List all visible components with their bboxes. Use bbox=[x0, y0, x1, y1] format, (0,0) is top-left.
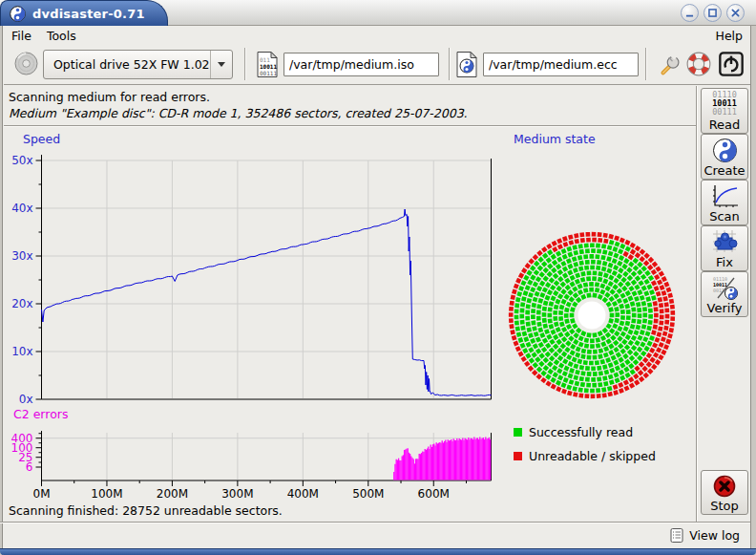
toolbar-separator bbox=[244, 48, 246, 80]
create-button-label: Create bbox=[704, 163, 745, 178]
sidebar-separator bbox=[696, 86, 698, 522]
preferences-button[interactable] bbox=[656, 51, 682, 77]
create-yinyang-icon bbox=[712, 138, 738, 163]
status-line-1: Scanning medium for read errors. bbox=[9, 90, 210, 104]
legend-good-swatch bbox=[514, 428, 522, 437]
svg-text:0x: 0x bbox=[19, 393, 33, 406]
svg-text:00111: 00111 bbox=[260, 70, 277, 76]
verify-button[interactable]: 01110 10011 00111 Verify bbox=[701, 271, 748, 317]
window-title: dvdisaster-0.71 bbox=[32, 7, 145, 21]
log-icon bbox=[669, 527, 684, 544]
scan-graph-icon bbox=[708, 182, 741, 209]
stop-button[interactable]: Stop bbox=[701, 470, 748, 515]
status-line-2: Medium "Example disc": CD-R mode 1, 3524… bbox=[9, 106, 468, 120]
svg-text:10011: 10011 bbox=[260, 63, 277, 70]
verify-compare-icon: 01110 10011 00111 bbox=[709, 274, 740, 301]
svg-text:20x: 20x bbox=[11, 297, 32, 310]
medium-state-disc bbox=[504, 145, 695, 413]
ecc-path-input[interactable] bbox=[483, 53, 639, 76]
menu-file[interactable]: File bbox=[4, 28, 39, 44]
legend-good: Successfully read bbox=[514, 420, 656, 444]
svg-text:50x: 50x bbox=[11, 154, 32, 167]
legend-bad-swatch bbox=[514, 452, 522, 460]
read-button-label: Read bbox=[709, 117, 741, 132]
minimize-button[interactable] bbox=[681, 4, 699, 22]
legend-good-label: Successfully read bbox=[529, 425, 633, 439]
medium-state-title: Medium state bbox=[514, 132, 596, 146]
svg-text:40x: 40x bbox=[11, 202, 32, 215]
menubar: File Tools Help bbox=[4, 27, 750, 44]
medium-state-legend: Successfully read Unreadable / skipped bbox=[514, 420, 656, 468]
stop-icon bbox=[712, 474, 737, 499]
title-tab: dvdisaster-0.71 bbox=[0, 0, 168, 26]
legend-bad-label: Unreadable / skipped bbox=[529, 449, 656, 463]
toolbar-separator bbox=[645, 48, 647, 80]
separator bbox=[4, 125, 696, 127]
svg-text:100M: 100M bbox=[91, 487, 122, 501]
svg-text:600M: 600M bbox=[418, 487, 450, 501]
minimize-icon bbox=[682, 4, 698, 22]
close-icon bbox=[727, 4, 744, 22]
read-binary-icon: 01110 10011 00111 bbox=[707, 90, 742, 117]
svg-text:011: 011 bbox=[260, 56, 270, 63]
view-log-label: View log bbox=[689, 528, 740, 543]
separator bbox=[0, 522, 750, 523]
window-border-bottom bbox=[0, 548, 756, 555]
legend-bad: Unreadable / skipped bbox=[514, 444, 656, 468]
c2-errors-title: C2 errors bbox=[13, 407, 68, 421]
iso-path-input[interactable] bbox=[284, 53, 439, 76]
maximize-button[interactable] bbox=[704, 4, 722, 22]
svg-text:10x: 10x bbox=[11, 345, 32, 358]
app-window: dvdisaster-0.71 File Tools Help bbox=[0, 0, 756, 555]
stop-button-label: Stop bbox=[710, 499, 739, 513]
wrench-icon bbox=[656, 51, 682, 77]
lifebuoy-icon bbox=[685, 51, 712, 77]
drive-selector-arrow[interactable] bbox=[210, 51, 232, 78]
maximize-icon bbox=[704, 4, 721, 22]
power-icon bbox=[718, 51, 745, 77]
read-button[interactable]: 01110 10011 00111 Read bbox=[701, 88, 748, 134]
drive-selector[interactable]: Optical drive 52X FW 1.02 bbox=[43, 50, 233, 79]
close-button[interactable] bbox=[726, 4, 745, 22]
fix-puzzle-icon bbox=[709, 226, 740, 255]
quit-button[interactable] bbox=[718, 51, 745, 77]
speed-chart-title: Speed bbox=[23, 132, 60, 146]
view-log-button[interactable]: View log bbox=[666, 524, 743, 546]
scan-button[interactable]: Scan bbox=[701, 180, 748, 225]
svg-text:0M: 0M bbox=[33, 487, 51, 501]
svg-text:500M: 500M bbox=[352, 487, 384, 501]
drive-selector-value: Optical drive 52X FW 1.02 bbox=[44, 57, 210, 72]
window-titlebar[interactable]: dvdisaster-0.71 bbox=[0, 0, 756, 26]
svg-text:300M: 300M bbox=[221, 487, 253, 501]
svg-text:400: 400 bbox=[11, 432, 33, 445]
window-border-right bbox=[750, 0, 756, 555]
toolbar-separator bbox=[449, 48, 451, 80]
ecc-file-icon bbox=[455, 51, 478, 78]
iso-image-icon: 011 10011 00111 bbox=[256, 51, 279, 78]
scan-button-label: Scan bbox=[709, 209, 740, 224]
menu-tools[interactable]: Tools bbox=[39, 28, 84, 44]
svg-text:00111: 00111 bbox=[712, 107, 737, 117]
create-button[interactable]: Create bbox=[701, 134, 748, 180]
verify-button-label: Verify bbox=[707, 301, 743, 315]
menu-help[interactable]: Help bbox=[708, 28, 751, 44]
fix-button[interactable]: Fix bbox=[701, 225, 748, 271]
app-yinyang-icon bbox=[10, 6, 26, 22]
speed-chart: 0x10x20x30x40x50x bbox=[0, 147, 506, 407]
scan-result-text: Scanning finished: 28752 unreadable sect… bbox=[9, 503, 283, 518]
help-button[interactable] bbox=[685, 51, 712, 77]
toolbar: Optical drive 52X FW 1.02 011 10011 0011… bbox=[4, 44, 750, 85]
chevron-down-icon bbox=[218, 62, 225, 67]
svg-text:200M: 200M bbox=[157, 487, 188, 501]
svg-text:30x: 30x bbox=[11, 249, 32, 263]
svg-text:400M: 400M bbox=[287, 487, 319, 501]
fix-button-label: Fix bbox=[716, 255, 733, 269]
cd-drive-icon bbox=[13, 51, 39, 76]
